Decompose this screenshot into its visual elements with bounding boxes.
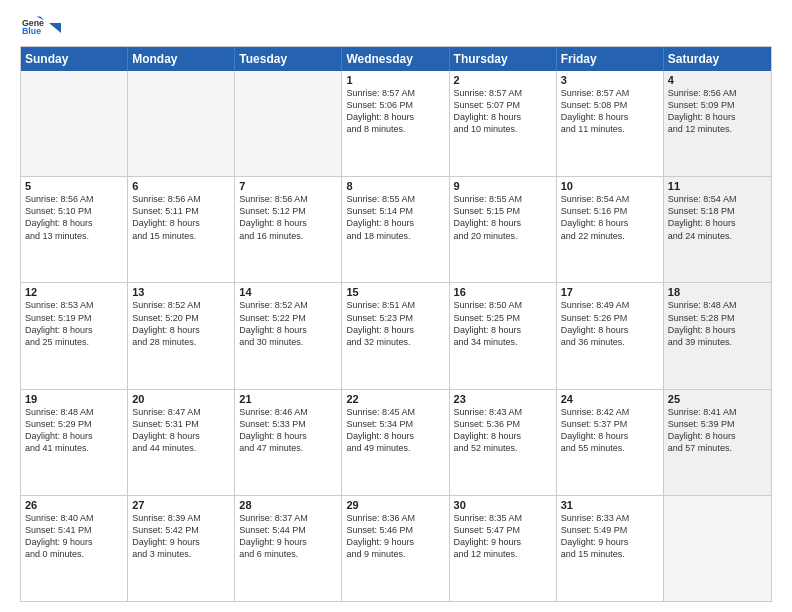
day-info: Sunrise: 8:42 AM Sunset: 5:37 PM Dayligh… xyxy=(561,406,659,455)
day-info: Sunrise: 8:55 AM Sunset: 5:15 PM Dayligh… xyxy=(454,193,552,242)
day-number: 30 xyxy=(454,499,552,511)
day-info: Sunrise: 8:56 AM Sunset: 5:12 PM Dayligh… xyxy=(239,193,337,242)
day-number: 25 xyxy=(668,393,767,405)
header-day-thursday: Thursday xyxy=(450,47,557,71)
day-info: Sunrise: 8:45 AM Sunset: 5:34 PM Dayligh… xyxy=(346,406,444,455)
calendar-cell xyxy=(664,496,771,601)
day-number: 31 xyxy=(561,499,659,511)
calendar-cell xyxy=(128,71,235,176)
calendar-cell: 27Sunrise: 8:39 AM Sunset: 5:42 PM Dayli… xyxy=(128,496,235,601)
day-number: 27 xyxy=(132,499,230,511)
calendar-cell: 6Sunrise: 8:56 AM Sunset: 5:11 PM Daylig… xyxy=(128,177,235,282)
calendar-cell: 4Sunrise: 8:56 AM Sunset: 5:09 PM Daylig… xyxy=(664,71,771,176)
day-info: Sunrise: 8:50 AM Sunset: 5:25 PM Dayligh… xyxy=(454,299,552,348)
day-number: 14 xyxy=(239,286,337,298)
day-number: 29 xyxy=(346,499,444,511)
day-info: Sunrise: 8:46 AM Sunset: 5:33 PM Dayligh… xyxy=(239,406,337,455)
header-day-friday: Friday xyxy=(557,47,664,71)
day-info: Sunrise: 8:33 AM Sunset: 5:49 PM Dayligh… xyxy=(561,512,659,561)
header-day-saturday: Saturday xyxy=(664,47,771,71)
day-info: Sunrise: 8:56 AM Sunset: 5:11 PM Dayligh… xyxy=(132,193,230,242)
day-info: Sunrise: 8:36 AM Sunset: 5:46 PM Dayligh… xyxy=(346,512,444,561)
day-number: 13 xyxy=(132,286,230,298)
header-day-wednesday: Wednesday xyxy=(342,47,449,71)
svg-marker-3 xyxy=(49,23,61,33)
day-info: Sunrise: 8:56 AM Sunset: 5:10 PM Dayligh… xyxy=(25,193,123,242)
calendar-cell xyxy=(21,71,128,176)
day-number: 9 xyxy=(454,180,552,192)
calendar-week-0: 1Sunrise: 8:57 AM Sunset: 5:06 PM Daylig… xyxy=(21,71,771,176)
day-info: Sunrise: 8:51 AM Sunset: 5:23 PM Dayligh… xyxy=(346,299,444,348)
day-info: Sunrise: 8:37 AM Sunset: 5:44 PM Dayligh… xyxy=(239,512,337,561)
day-info: Sunrise: 8:48 AM Sunset: 5:29 PM Dayligh… xyxy=(25,406,123,455)
day-number: 22 xyxy=(346,393,444,405)
calendar-week-2: 12Sunrise: 8:53 AM Sunset: 5:19 PM Dayli… xyxy=(21,282,771,388)
day-info: Sunrise: 8:40 AM Sunset: 5:41 PM Dayligh… xyxy=(25,512,123,561)
day-number: 24 xyxy=(561,393,659,405)
calendar-week-4: 26Sunrise: 8:40 AM Sunset: 5:41 PM Dayli… xyxy=(21,495,771,601)
day-number: 7 xyxy=(239,180,337,192)
day-number: 12 xyxy=(25,286,123,298)
day-info: Sunrise: 8:53 AM Sunset: 5:19 PM Dayligh… xyxy=(25,299,123,348)
calendar-cell: 23Sunrise: 8:43 AM Sunset: 5:36 PM Dayli… xyxy=(450,390,557,495)
calendar-cell: 9Sunrise: 8:55 AM Sunset: 5:15 PM Daylig… xyxy=(450,177,557,282)
day-info: Sunrise: 8:47 AM Sunset: 5:31 PM Dayligh… xyxy=(132,406,230,455)
day-number: 20 xyxy=(132,393,230,405)
calendar-cell: 10Sunrise: 8:54 AM Sunset: 5:16 PM Dayli… xyxy=(557,177,664,282)
day-number: 11 xyxy=(668,180,767,192)
day-number: 19 xyxy=(25,393,123,405)
day-info: Sunrise: 8:55 AM Sunset: 5:14 PM Dayligh… xyxy=(346,193,444,242)
day-number: 15 xyxy=(346,286,444,298)
calendar-cell: 26Sunrise: 8:40 AM Sunset: 5:41 PM Dayli… xyxy=(21,496,128,601)
calendar-week-3: 19Sunrise: 8:48 AM Sunset: 5:29 PM Dayli… xyxy=(21,389,771,495)
calendar-cell: 13Sunrise: 8:52 AM Sunset: 5:20 PM Dayli… xyxy=(128,283,235,388)
day-number: 21 xyxy=(239,393,337,405)
day-number: 16 xyxy=(454,286,552,298)
calendar-cell: 15Sunrise: 8:51 AM Sunset: 5:23 PM Dayli… xyxy=(342,283,449,388)
page: General Blue SundayMondayTuesdayWednesda… xyxy=(0,0,792,612)
calendar-cell: 18Sunrise: 8:48 AM Sunset: 5:28 PM Dayli… xyxy=(664,283,771,388)
calendar-cell: 1Sunrise: 8:57 AM Sunset: 5:06 PM Daylig… xyxy=(342,71,449,176)
day-info: Sunrise: 8:57 AM Sunset: 5:08 PM Dayligh… xyxy=(561,87,659,136)
header-day-tuesday: Tuesday xyxy=(235,47,342,71)
calendar: SundayMondayTuesdayWednesdayThursdayFrid… xyxy=(20,46,772,602)
calendar-cell: 14Sunrise: 8:52 AM Sunset: 5:22 PM Dayli… xyxy=(235,283,342,388)
logo-triangle-icon xyxy=(45,19,65,39)
day-info: Sunrise: 8:52 AM Sunset: 5:22 PM Dayligh… xyxy=(239,299,337,348)
calendar-cell: 8Sunrise: 8:55 AM Sunset: 5:14 PM Daylig… xyxy=(342,177,449,282)
day-info: Sunrise: 8:56 AM Sunset: 5:09 PM Dayligh… xyxy=(668,87,767,136)
calendar-cell: 25Sunrise: 8:41 AM Sunset: 5:39 PM Dayli… xyxy=(664,390,771,495)
day-info: Sunrise: 8:35 AM Sunset: 5:47 PM Dayligh… xyxy=(454,512,552,561)
day-number: 10 xyxy=(561,180,659,192)
day-info: Sunrise: 8:54 AM Sunset: 5:16 PM Dayligh… xyxy=(561,193,659,242)
calendar-cell: 5Sunrise: 8:56 AM Sunset: 5:10 PM Daylig… xyxy=(21,177,128,282)
header-day-monday: Monday xyxy=(128,47,235,71)
day-info: Sunrise: 8:54 AM Sunset: 5:18 PM Dayligh… xyxy=(668,193,767,242)
calendar-cell: 21Sunrise: 8:46 AM Sunset: 5:33 PM Dayli… xyxy=(235,390,342,495)
day-info: Sunrise: 8:57 AM Sunset: 5:06 PM Dayligh… xyxy=(346,87,444,136)
day-number: 4 xyxy=(668,74,767,86)
day-info: Sunrise: 8:49 AM Sunset: 5:26 PM Dayligh… xyxy=(561,299,659,348)
day-number: 23 xyxy=(454,393,552,405)
calendar-cell: 22Sunrise: 8:45 AM Sunset: 5:34 PM Dayli… xyxy=(342,390,449,495)
calendar-week-1: 5Sunrise: 8:56 AM Sunset: 5:10 PM Daylig… xyxy=(21,176,771,282)
svg-text:Blue: Blue xyxy=(22,26,41,36)
day-number: 8 xyxy=(346,180,444,192)
day-info: Sunrise: 8:48 AM Sunset: 5:28 PM Dayligh… xyxy=(668,299,767,348)
calendar-cell: 29Sunrise: 8:36 AM Sunset: 5:46 PM Dayli… xyxy=(342,496,449,601)
calendar-cell: 17Sunrise: 8:49 AM Sunset: 5:26 PM Dayli… xyxy=(557,283,664,388)
day-number: 2 xyxy=(454,74,552,86)
calendar-cell: 12Sunrise: 8:53 AM Sunset: 5:19 PM Dayli… xyxy=(21,283,128,388)
calendar-cell: 3Sunrise: 8:57 AM Sunset: 5:08 PM Daylig… xyxy=(557,71,664,176)
calendar-cell: 24Sunrise: 8:42 AM Sunset: 5:37 PM Dayli… xyxy=(557,390,664,495)
calendar-cell: 11Sunrise: 8:54 AM Sunset: 5:18 PM Dayli… xyxy=(664,177,771,282)
calendar-cell: 16Sunrise: 8:50 AM Sunset: 5:25 PM Dayli… xyxy=(450,283,557,388)
calendar-cell: 20Sunrise: 8:47 AM Sunset: 5:31 PM Dayli… xyxy=(128,390,235,495)
header: General Blue xyxy=(20,16,772,38)
logo: General Blue xyxy=(20,16,66,38)
day-number: 3 xyxy=(561,74,659,86)
calendar-cell: 7Sunrise: 8:56 AM Sunset: 5:12 PM Daylig… xyxy=(235,177,342,282)
day-info: Sunrise: 8:39 AM Sunset: 5:42 PM Dayligh… xyxy=(132,512,230,561)
day-number: 18 xyxy=(668,286,767,298)
calendar-header: SundayMondayTuesdayWednesdayThursdayFrid… xyxy=(21,47,771,71)
